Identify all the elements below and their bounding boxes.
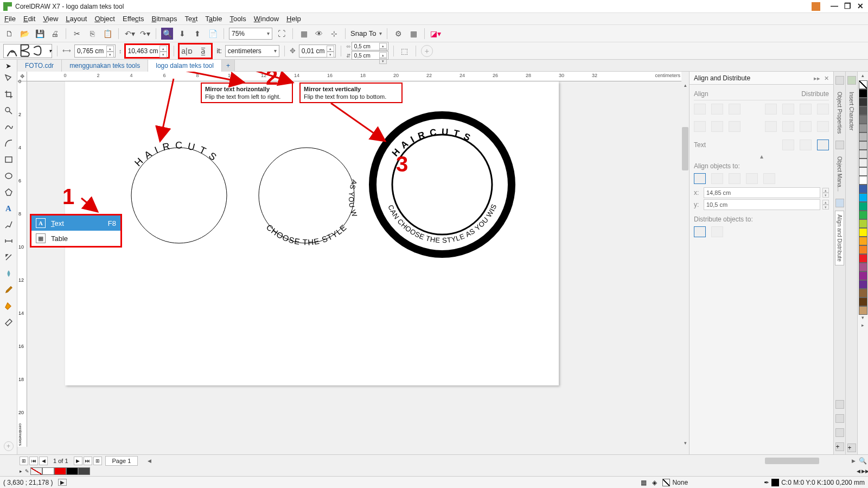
align-top-icon[interactable] — [694, 121, 706, 132]
doc-pal-gray[interactable] — [78, 467, 90, 475]
doc-tab-logo[interactable]: logo dalam teks tool — [148, 60, 222, 72]
palette-up-icon[interactable]: ▴ — [861, 73, 864, 80]
fullscreen-icon[interactable]: ⛶ — [276, 28, 288, 40]
gray60-swatch[interactable] — [859, 124, 867, 132]
paste-icon[interactable]: 📋 — [101, 28, 113, 40]
zoom-navigator-icon[interactable]: 🔍 — [857, 457, 868, 465]
align-to-grid-icon[interactable] — [746, 173, 758, 184]
page-last-icon[interactable]: ⏭ — [84, 457, 92, 465]
doc-pal-white[interactable] — [42, 467, 54, 475]
align-to-point-icon[interactable] — [763, 173, 775, 184]
align-center-h-icon[interactable] — [711, 104, 723, 115]
width-input[interactable]: 10,463 cm▴▾ — [125, 45, 169, 58]
align-to-active-icon[interactable] — [694, 173, 706, 184]
menu-view[interactable]: View — [43, 15, 58, 23]
strip-icon-6[interactable] — [835, 428, 844, 437]
horizontal-scrollbar[interactable] — [156, 457, 846, 465]
doc-tab-menggunakan[interactable]: menggunakan teks tools — [62, 60, 148, 72]
copy-icon[interactable]: ⎘ — [86, 28, 98, 40]
page-tab-1[interactable]: Page 1 — [105, 456, 138, 466]
app-icon[interactable]: ◪▾ — [430, 28, 442, 40]
redo-icon[interactable]: ↷▾ — [139, 28, 151, 40]
gray90-swatch[interactable] — [859, 98, 867, 106]
menu-window[interactable]: Window — [254, 15, 279, 23]
menu-text[interactable]: Text — [184, 15, 197, 23]
doc-pal-none[interactable] — [30, 467, 42, 475]
strip2-icon-1[interactable] — [847, 76, 856, 85]
outline-indicator[interactable]: ✒C:0 M:0 Y:0 K:100 0,200 mm — [764, 479, 865, 486]
gray70-swatch[interactable] — [859, 115, 867, 124]
dist-top-icon[interactable] — [765, 121, 777, 132]
align-to-center-icon[interactable] — [729, 173, 741, 184]
publish-icon[interactable]: 📄 — [207, 28, 219, 40]
new-icon[interactable]: 🗋 — [3, 28, 15, 40]
strip-tab-obj-props[interactable]: Object Properties — [835, 88, 844, 137]
import-icon[interactable]: ⬇ — [176, 28, 188, 40]
blue-swatch[interactable] — [859, 185, 867, 193]
dist-to-sel-icon[interactable] — [694, 226, 706, 237]
white-swatch[interactable] — [859, 176, 867, 185]
palette-down-icon[interactable]: ▾ — [861, 315, 864, 322]
gray30-swatch[interactable] — [859, 150, 867, 159]
connector-tool-icon[interactable] — [3, 219, 14, 230]
strip-icon-1[interactable] — [835, 76, 844, 85]
align-bottom-icon[interactable] — [729, 121, 741, 132]
status-icon-2[interactable]: ◈ — [652, 479, 657, 486]
status-next-icon[interactable]: ▶ — [58, 479, 67, 486]
grid-icon[interactable]: 👁 — [313, 28, 325, 40]
tan-swatch[interactable] — [859, 306, 867, 315]
mirror-horizontal-button[interactable]: a|ɒ — [180, 45, 194, 57]
teal-swatch[interactable] — [859, 202, 867, 211]
dist-bottom-icon[interactable] — [817, 121, 829, 132]
rulers-icon[interactable]: ▦ — [298, 28, 310, 40]
doc-pal-right-icon[interactable]: ▶▶ — [861, 467, 868, 475]
dist-center-h-icon[interactable] — [782, 104, 794, 115]
strip2-tab-insert-char[interactable]: Insert Character — [847, 88, 856, 135]
gray40-swatch[interactable] — [859, 141, 867, 150]
polygon-tool-icon[interactable] — [3, 187, 14, 198]
doc-pal-left-icon[interactable]: ◀ — [855, 467, 861, 475]
transparency-tool-icon[interactable] — [3, 268, 14, 279]
dimension-tool-icon[interactable] — [3, 236, 14, 246]
fill-indicator[interactable]: None — [662, 479, 688, 486]
page-add-after-icon[interactable]: ⊞ — [93, 457, 102, 465]
brown-swatch[interactable] — [859, 289, 867, 297]
page-first-icon[interactable]: ⏮ — [29, 457, 38, 465]
freehand-tool-icon[interactable] — [3, 122, 14, 132]
treat-as-filled-icon[interactable]: ⬚ — [399, 45, 411, 57]
strip-add-icon[interactable]: + — [835, 442, 844, 451]
nudge-input[interactable]: 0,01 cm▴▾ — [299, 45, 336, 58]
save-icon[interactable]: 💾 — [34, 28, 46, 40]
maximize-button[interactable]: ❐ — [843, 2, 852, 11]
shape-tool-icon[interactable] — [3, 73, 14, 84]
dist-left-icon[interactable] — [765, 104, 777, 115]
quick-customize-icon[interactable]: + — [4, 441, 14, 451]
add-button-icon[interactable]: + — [421, 45, 433, 57]
units-select[interactable]: centimeters — [225, 45, 279, 57]
menu-edit[interactable]: Edit — [23, 15, 35, 23]
minimize-button[interactable]: — — [830, 2, 839, 11]
strip-icon-2[interactable] — [835, 141, 844, 149]
zoom-level[interactable]: 75% — [229, 28, 272, 40]
menu-help[interactable]: Help — [286, 15, 301, 23]
status-icon-1[interactable]: ▦ — [641, 479, 647, 486]
flyout-text[interactable]: A Text F8 — [31, 216, 120, 231]
flyout-table[interactable]: ▦ Table — [31, 231, 120, 246]
user-icon[interactable] — [812, 2, 820, 11]
gray80-swatch[interactable] — [859, 106, 867, 115]
palette-right-icon[interactable]: ▸ — [861, 322, 864, 330]
purple-swatch[interactable] — [859, 263, 867, 271]
doc-pal-eyedrop-icon[interactable]: ✎ — [24, 467, 30, 475]
doc-pal-menu-icon[interactable]: ▸ — [17, 467, 24, 475]
green-swatch[interactable] — [859, 211, 867, 219]
align-to-page-icon[interactable] — [711, 173, 723, 184]
fill-tool-icon[interactable] — [3, 301, 14, 312]
align-x-input[interactable]: 14,85 cm — [704, 187, 820, 198]
menu-bitmaps[interactable]: Bitmaps — [151, 15, 177, 23]
menu-file[interactable]: File — [4, 15, 16, 23]
cyan-swatch[interactable] — [859, 193, 867, 202]
zoom-tool-icon[interactable] — [3, 105, 14, 116]
print-icon[interactable]: 🖨 — [49, 28, 61, 40]
vertical-scrollbar[interactable]: ▴▾ — [681, 81, 689, 447]
docker-close-icon[interactable]: ✕ — [824, 75, 829, 81]
